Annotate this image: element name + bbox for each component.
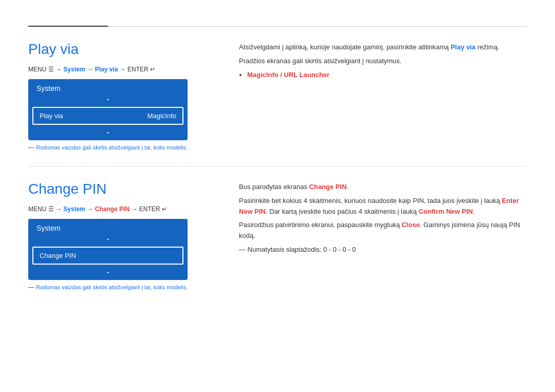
divider-light	[108, 26, 527, 27]
tv-item-value-play-via: MagicInfo	[147, 112, 176, 120]
menu2-arrow2: →	[85, 206, 95, 213]
change-pin-desc4-text: Numatytasis slaptažodis: 0 - 0 - 0 - 0	[246, 246, 356, 253]
tv-header-change-pin: System	[28, 219, 188, 235]
change-pin-desc2-suffix: .	[473, 208, 475, 215]
menu-play-via: Play via	[95, 66, 118, 73]
change-pin-confirm-new-pin: Confirm New PIN	[419, 208, 473, 215]
note-text-1: Rodomas vaizdas gali skirtis atsižvelgia…	[36, 144, 188, 151]
play-via-desc2: Pradžios ekranas gali skirtis atsižvelgi…	[239, 56, 527, 67]
change-pin-desc4-dash: ―	[239, 246, 246, 253]
tv-screen-play-via: System ⌃ Play via MagicInfo ⌄	[28, 79, 188, 140]
menu-system: System	[63, 66, 85, 73]
change-pin-desc2: Pasirinkite bet kokius 4 skaitmenis, kur…	[239, 196, 527, 217]
play-via-bullet-item: MagicInfo / URL Launcher	[247, 71, 527, 79]
change-pin-desc3: Pasirodžius patvirtinimo ekranui, paspau…	[239, 220, 527, 241]
menu2-change-pin: Change PIN	[95, 206, 130, 213]
note-dash-2: ―	[28, 284, 34, 290]
menu2-enter: ↵	[162, 206, 167, 213]
menu2-system: System	[63, 206, 85, 213]
tv-arrow-down-2: ⌄	[28, 265, 188, 280]
menu-prefix: MENU	[28, 66, 48, 73]
play-via-bullet-text: MagicInfo / URL Launcher	[247, 71, 329, 79]
note-dash-1: ―	[28, 144, 34, 151]
menu2-prefix: MENU	[28, 206, 48, 213]
menu-arrow3: → ENTER	[118, 66, 150, 73]
tv-item-label-play-via: Play via	[40, 112, 63, 120]
change-pin-desc1-highlight: Change PIN	[309, 183, 347, 191]
menu2-arrow3: → ENTER	[130, 206, 162, 213]
play-via-bullet-list: MagicInfo / URL Launcher	[239, 71, 527, 79]
tv-item-change-pin: Change PIN	[32, 247, 183, 265]
section-change-pin-left: Change PIN MENU ☰ → System → Change PIN …	[28, 181, 218, 290]
section-change-pin: Change PIN MENU ☰ → System → Change PIN …	[28, 181, 527, 290]
section-change-pin-right: Bus parodytas ekranas Change PIN. Pasiri…	[239, 181, 527, 290]
change-pin-menu-path: MENU ☰ → System → Change PIN → ENTER ↵	[28, 206, 218, 213]
section-divider	[28, 166, 527, 166]
tv-arrow-up-2: ⌃	[28, 235, 188, 247]
menu2-icon: ☰	[48, 206, 54, 213]
divider-dark	[28, 26, 108, 27]
change-pin-desc1-prefix: Bus parodytas ekranas	[239, 183, 309, 191]
play-via-desc1-prefix: Atsižvelgdami į aplinką, kurioje naudoja…	[239, 43, 451, 51]
tv-item-label-change-pin: Change PIN	[40, 252, 76, 259]
change-pin-desc1-suffix: .	[347, 183, 349, 191]
change-pin-desc3-prefix: Pasirodžius patvirtinimo ekranui, paspau…	[239, 221, 401, 229]
play-via-desc1-suffix: režimą.	[475, 43, 499, 51]
tv-item-play-via: Play via MagicInfo	[32, 107, 183, 125]
change-pin-desc1: Bus parodytas ekranas Change PIN.	[239, 182, 527, 193]
tv-arrow-down-1: ⌄	[28, 125, 188, 140]
section-play-via-right: Atsižvelgdami į aplinką, kurioje naudoja…	[239, 41, 527, 151]
play-via-desc1-highlight: Play via	[451, 43, 475, 51]
menu-icon: ☰	[48, 66, 54, 73]
section-play-via-left: Play via MENU ☰ → System → Play via → EN…	[28, 41, 218, 151]
tv-arrow-up-1: ⌃	[28, 96, 188, 107]
menu-arrow1: →	[54, 66, 64, 73]
change-pin-close: Close	[401, 221, 419, 229]
play-via-menu-path: MENU ☰ → System → Play via → ENTER ↵	[28, 66, 218, 73]
page-container: Play via MENU ☰ → System → Play via → EN…	[0, 0, 555, 326]
change-pin-title: Change PIN	[28, 181, 218, 197]
change-pin-note: ― Rodomas vaizdas gali skirtis atsižvelg…	[28, 284, 218, 290]
note-text-2: Rodomas vaizdas gali skirtis atsižvelgia…	[36, 284, 188, 290]
change-pin-desc2-prefix: Pasirinkite bet kokius 4 skaitmenis, kur…	[239, 197, 502, 204]
menu-enter: ↵	[150, 66, 155, 73]
play-via-desc1: Atsižvelgdami į aplinką, kurioje naudoja…	[239, 42, 527, 53]
change-pin-desc2-middle: . Dar kartą įveskite tuos pačius 4 skait…	[266, 208, 419, 215]
menu2-arrow1: →	[54, 206, 64, 213]
section-play-via: Play via MENU ☰ → System → Play via → EN…	[28, 41, 527, 151]
tv-screen-change-pin: System ⌃ Change PIN ⌄	[28, 219, 188, 280]
tv-header-play-via: System	[28, 79, 188, 96]
top-divider	[28, 26, 527, 27]
play-via-note: ― Rodomas vaizdas gali skirtis atsižvelg…	[28, 144, 218, 151]
change-pin-desc4: ― Numatytasis slaptažodis: 0 - 0 - 0 - 0	[239, 245, 527, 255]
play-via-title: Play via	[28, 41, 218, 58]
menu-arrow2: →	[85, 66, 95, 73]
